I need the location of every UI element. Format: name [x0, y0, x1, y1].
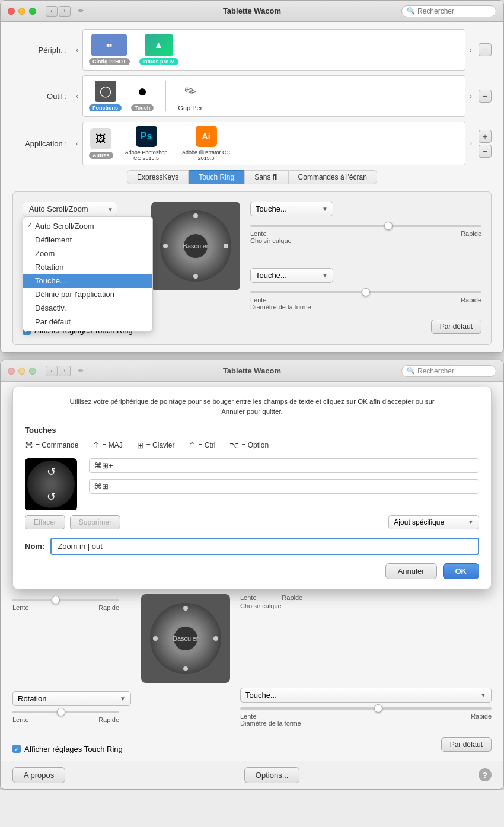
periph-nav-left[interactable]: ‹ — [72, 32, 82, 68]
legend-maj: ⇧ = MAJ — [92, 440, 122, 450]
bottom-panel: Lente Rapide Basculer — [1, 594, 503, 761]
minimize-button-2[interactable] — [18, 368, 25, 375]
tool-fonctions[interactable]: ◯ Fonctions — [89, 81, 122, 111]
menu-item-defilement[interactable]: Défilement — [23, 233, 152, 247]
app-photoshop[interactable]: Ps Adobe Photoshop CC 2015.5 — [123, 126, 170, 161]
menu-item-definie[interactable]: Définie par l'application — [23, 288, 152, 301]
annuler-btn[interactable]: Annuler — [385, 563, 437, 579]
ai-label: Adobe Illustrator CC 2015.3 — [180, 149, 233, 161]
periph-minus-btn[interactable]: − — [479, 43, 492, 56]
br-calque: Choisir calque — [240, 602, 492, 609]
search-box[interactable]: 🔍 — [401, 5, 496, 17]
key-slot-2[interactable] — [89, 479, 479, 494]
minimize-button[interactable] — [18, 8, 25, 15]
menu-item-pardefaut[interactable]: Par défaut — [23, 315, 152, 328]
tab-sansfil[interactable]: Sans fil — [244, 170, 288, 184]
bottom-right-slider-col: Lente Rapide Choisir calque — [240, 594, 492, 614]
app-autres[interactable]: 🖼 Autres — [89, 128, 113, 159]
ring-dot-top — [193, 213, 198, 218]
bottom-left-top-labels: Lente Rapide — [12, 604, 119, 611]
periph-nav-right[interactable]: › — [465, 32, 476, 68]
bottom-panel-footer: ✓ Afficher réglages Touch Ring Par défau… — [12, 736, 492, 753]
forward-button-2[interactable]: › — [59, 366, 71, 376]
maximize-button[interactable] — [29, 8, 36, 15]
tool-grip-pen[interactable]: ✎ Grip Pen — [178, 81, 203, 111]
app-plus-btn[interactable]: + — [479, 130, 492, 143]
bottom-right-dropdown-arrow: ▼ — [322, 272, 328, 279]
center-col: Basculer — [148, 202, 243, 290]
dialog-btn-row: Annuler OK — [25, 563, 479, 579]
key-slot-1-row — [89, 458, 479, 473]
main-dropdown-wrap: Auto Scroll/Zoom ▼ Auto Scroll/Zoom Défi… — [23, 202, 117, 216]
menu-item-desactiv[interactable]: Désactiv. — [23, 301, 152, 315]
top-right-calque: Choisir calque — [250, 237, 481, 244]
ajout-dropdown[interactable]: Ajout spécifique ▼ — [388, 515, 479, 529]
search-input[interactable] — [417, 7, 495, 15]
grid-button-2[interactable]: ✏ — [75, 366, 86, 376]
window-title: Tablette Wacom — [223, 7, 281, 15]
top-right-dropdown-arrow: ▼ — [322, 206, 328, 212]
a-propos-btn[interactable]: A propos — [12, 767, 65, 783]
forward-button[interactable]: › — [59, 6, 71, 17]
app-minus-btn[interactable]: − — [479, 145, 492, 158]
bottom-right-slider[interactable] — [250, 291, 481, 293]
par-defaut-btn-2[interactable]: Par défaut — [441, 737, 492, 752]
tab-expresskeys[interactable]: ExpressKeys — [127, 170, 189, 184]
grid-button[interactable]: ✏ — [75, 6, 86, 17]
top-right-dropdown-label: Touche... — [256, 205, 287, 213]
bottom-left-top-slider[interactable] — [12, 599, 119, 601]
checkbox-afficher-2[interactable]: ✓ — [12, 745, 21, 753]
close-button-2[interactable] — [8, 368, 15, 375]
ring-visual: ↺ ↻ — [27, 461, 75, 508]
options-btn[interactable]: Options... — [244, 767, 300, 783]
outil-nav-right[interactable]: › — [465, 78, 476, 114]
close-button[interactable] — [8, 8, 15, 15]
top-right-slider-labels: Lente Rapide — [250, 230, 481, 237]
device-cintiq[interactable]: ■■ Cintiq 22HDT — [89, 34, 130, 65]
app-nav-right[interactable]: › — [465, 126, 476, 161]
effacer-btn[interactable]: Effacer — [25, 515, 65, 529]
menu-item-autoscroll[interactable]: Auto Scroll/Zoom — [23, 219, 152, 233]
top-right-slider[interactable] — [250, 225, 481, 227]
touche-right-slider[interactable] — [240, 707, 492, 710]
bottom-right-dropdown[interactable]: Touche... ▼ — [250, 268, 333, 283]
help-button[interactable]: ? — [479, 768, 492, 781]
window-footer: A propos Options... ? — [1, 761, 503, 789]
rotation-dropdown[interactable]: Rotation ▼ — [12, 691, 131, 706]
tab-commandes[interactable]: Commandes à l'écran — [288, 170, 377, 184]
device-intuos[interactable]: ▲ Intuos pro M — [139, 34, 178, 65]
outil-nav-left[interactable]: ‹ — [72, 78, 82, 114]
back-button[interactable]: ‹ — [46, 6, 58, 17]
cmd-label: = Commande — [36, 441, 78, 449]
supprimer-btn[interactable]: Supprimer — [70, 515, 120, 529]
menu-item-zoom[interactable]: Zoom — [23, 247, 152, 260]
main-dropdown[interactable]: Auto Scroll/Zoom ▼ — [23, 202, 117, 216]
app-illustrator[interactable]: Ai Adobe Illustrator CC 2015.3 — [180, 126, 233, 161]
tool-touch[interactable]: ● Touch — [131, 81, 154, 111]
tab-touchring[interactable]: Touch Ring — [189, 170, 244, 184]
maximize-button-2[interactable] — [29, 368, 36, 375]
menu-item-touche[interactable]: Touche... — [23, 274, 152, 288]
key-slot-1[interactable] — [89, 458, 479, 473]
ok-btn[interactable]: OK — [443, 563, 480, 579]
rotation-slider[interactable] — [12, 711, 119, 713]
menu-item-rotation[interactable]: Rotation — [23, 260, 152, 274]
window1: ‹ › ✏ Tablette Wacom 🔍 Périph. : ‹ ■■ Ci… — [0, 0, 504, 353]
br-dot-right — [213, 636, 218, 641]
cintiq-thumb: ■■ — [91, 34, 127, 56]
touch-badge: Touch — [131, 104, 154, 111]
touche-right-dropdown[interactable]: Touche... ▼ — [240, 688, 492, 703]
outil-minus-btn[interactable]: − — [479, 90, 492, 103]
tabs-row: ExpressKeys Touch Ring Sans fil Commande… — [12, 170, 492, 184]
top-right-dropdown[interactable]: Touche... ▼ — [250, 202, 333, 216]
three-col-layout: Auto Scroll/Zoom ▼ Auto Scroll/Zoom Défi… — [23, 202, 481, 311]
touche-dropdown-col: Touche... ▼ Lente Rapide Diamètre de la … — [240, 688, 492, 727]
intuos-thumb: ▲ — [145, 34, 173, 56]
left-col: Auto Scroll/Zoom ▼ Auto Scroll/Zoom Défi… — [23, 202, 141, 311]
search-box-2[interactable]: 🔍 — [401, 365, 496, 377]
par-defaut-btn[interactable]: Par défaut — [431, 320, 481, 334]
search-input-2[interactable] — [417, 367, 495, 375]
app-nav-left[interactable]: ‹ — [72, 126, 82, 161]
back-button-2[interactable]: ‹ — [46, 366, 58, 376]
nom-input[interactable] — [50, 538, 479, 555]
